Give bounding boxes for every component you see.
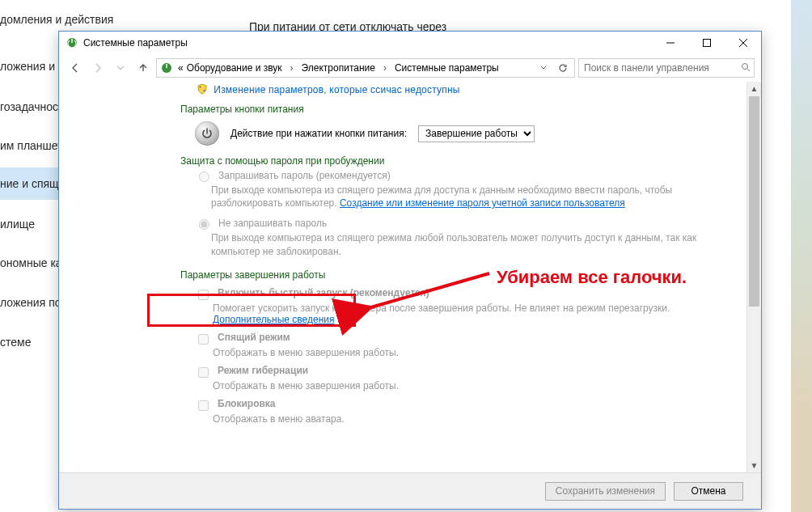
titlebar: Системные параметры [59, 32, 761, 54]
power-options-icon [66, 36, 78, 49]
content-pane: Изменение параметров, которые ссичас нед… [59, 82, 746, 472]
hibernate-checkbox-row: Режим гибернации [195, 365, 714, 380]
cancel-button[interactable]: Отмена [674, 482, 743, 501]
sleep-description: Отображать в меню завершения работы. [213, 347, 714, 358]
chevron-right-icon[interactable]: › [284, 62, 300, 74]
shield-icon [197, 83, 208, 97]
lock-checkbox-row: Блокировка [195, 398, 714, 413]
maximize-button[interactable] [688, 32, 725, 54]
create-password-link[interactable]: Создание или изменение пароля учетной за… [340, 197, 625, 209]
close-button[interactable] [725, 32, 761, 54]
radio-input [199, 171, 209, 182]
breadcrumb-item[interactable]: Системные параметры [393, 62, 501, 74]
nav-up-button[interactable] [133, 58, 153, 78]
nav-forward-button[interactable] [88, 58, 108, 78]
shutdown-settings-section-title: Параметры завершения работы [180, 269, 714, 281]
svg-point-5 [204, 90, 205, 91]
radio-label: Запрашивать пароль (рекомендуется) [218, 170, 391, 182]
address-dropdown-button[interactable] [535, 60, 552, 76]
svg-point-4 [200, 87, 201, 88]
lock-checkbox [198, 400, 209, 411]
power-icon [195, 121, 219, 146]
learn-more-link[interactable]: Дополнительные сведения [213, 314, 334, 325]
checkbox-label: Блокировка [218, 398, 276, 413]
scrollbar-down-button[interactable]: ▼ [747, 459, 761, 472]
chevron-right-icon[interactable]: › [377, 62, 393, 74]
checkbox-label: Спящий режим [218, 332, 290, 347]
vertical-scrollbar[interactable]: ▲ ▼ [746, 82, 761, 472]
address-bar[interactable]: « Оборудование и звук › Электропитание ›… [156, 58, 575, 78]
radio-input [199, 219, 209, 230]
refresh-button[interactable] [555, 60, 571, 76]
wakeup-protection-section-title: Защита с помощью пароля при пробуждении [180, 155, 714, 167]
system-settings-window: Системные параметры « Оборудование и зву… [58, 31, 762, 510]
require-password-description: При выходе компьютера из спящего режима … [211, 184, 714, 209]
checkbox-label: Включить быстрый запуск (рекомендуется) [218, 287, 429, 303]
fast-startup-checkbox [198, 290, 209, 300]
breadcrumb-item[interactable]: Оборудование и звук [185, 62, 284, 74]
lock-description: Отображать в меню аватара. [213, 413, 714, 425]
power-button-action-label: Действие при нажатии кнопки питания: [230, 128, 407, 139]
checkbox-label: Режим гибернации [218, 365, 308, 380]
nav-recent-dropdown[interactable] [111, 58, 130, 78]
fast-startup-checkbox-row: Включить быстрый запуск (рекомендуется) [195, 287, 714, 303]
require-password-radio: Запрашивать пароль (рекомендуется) [195, 170, 714, 182]
no-password-radio: Не запрашивать пароль [195, 218, 714, 230]
power-options-icon [160, 61, 173, 74]
svg-rect-1 [703, 40, 710, 47]
change-unavailable-settings-link[interactable]: Изменение параметров, которые ссичас нед… [214, 84, 459, 95]
minimize-button[interactable] [652, 32, 688, 54]
breadcrumb-item[interactable]: Электропитание [300, 62, 377, 74]
scrollbar-up-button[interactable]: ▲ [747, 82, 761, 95]
footer-bar: Сохранить изменения Отмена [59, 472, 761, 509]
power-button-action-select[interactable]: Завершение работы [418, 125, 535, 142]
search-box[interactable] [578, 58, 755, 78]
svg-point-3 [742, 63, 748, 69]
sleep-checkbox-row: Спящий режим [195, 332, 714, 347]
radio-label: Не запрашивать пароль [218, 218, 327, 230]
window-title: Системные параметры [83, 37, 652, 49]
desktop-wallpaper-strip [791, 0, 812, 512]
search-input[interactable] [582, 61, 741, 74]
fast-startup-description: Помогает ускорить запуск компьютера посл… [213, 303, 714, 325]
save-button[interactable]: Сохранить изменения [545, 482, 666, 501]
sleep-checkbox [198, 334, 209, 345]
power-button-section-title: Параметры кнопки питания [180, 104, 714, 115]
scrollbar-thumb[interactable] [749, 96, 759, 307]
nav-back-button[interactable] [66, 58, 85, 78]
no-password-description: При выходе компьютера из спящего режима … [211, 231, 714, 257]
search-icon[interactable] [741, 62, 751, 74]
hibernate-checkbox [198, 367, 209, 378]
hibernate-description: Отображать в меню завершения работы. [213, 380, 714, 391]
breadcrumb-prefix[interactable]: « [176, 62, 185, 74]
navigation-bar: « Оборудование и звук › Электропитание ›… [59, 54, 761, 82]
